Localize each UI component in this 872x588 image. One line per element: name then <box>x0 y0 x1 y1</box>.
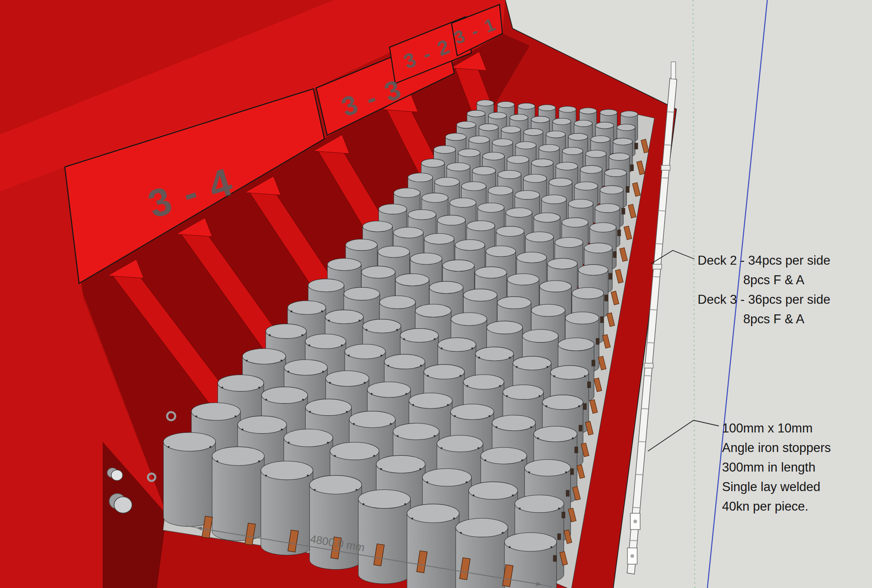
stopper-note-line-2: Angle iron stoppers <box>722 441 831 455</box>
deck-note-line-4: 8pcs F & A <box>743 312 804 326</box>
3d-viewport[interactable]: 3 - 4 3 - 3 3 - 2 3 - 1 4800.0 mm <box>0 0 872 588</box>
deck-note-line-2: 8pcs F & A <box>743 273 804 287</box>
model-scene[interactable]: 3 - 4 3 - 3 3 - 2 3 - 1 4800.0 mm <box>0 0 872 588</box>
stopper-note-line-3: 300mm in length <box>722 460 815 474</box>
deck-note-line-1: Deck 2 - 34pcs per side <box>698 253 830 268</box>
stopper-note-line-5: 40kn per piece. <box>722 499 808 513</box>
stopper-note-line-4: Single lay welded <box>722 480 820 494</box>
stopper-note-line-1: 100mm x 10mm <box>722 421 813 435</box>
deck-note-line-3: Deck 3 - 36pcs per side <box>698 292 830 307</box>
mast-top-fitting <box>671 62 676 79</box>
